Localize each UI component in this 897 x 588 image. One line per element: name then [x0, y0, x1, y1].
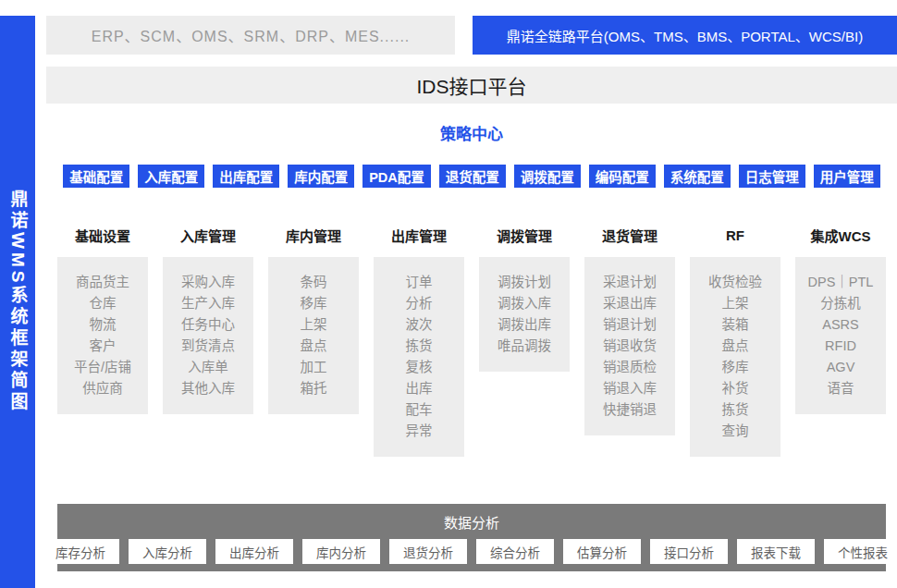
module-item: 销退质检: [586, 357, 673, 378]
module-item: 语音: [797, 378, 884, 399]
analysis-button[interactable]: 接口分析: [650, 539, 728, 564]
module-item: 配车: [375, 399, 462, 421]
analysis-button[interactable]: 库内分析: [302, 539, 380, 564]
module-item: 分析: [375, 293, 462, 314]
module-box: 调拨计划调拨入库调拨出库唯品调拨: [479, 257, 570, 372]
config-button[interactable]: 编码配置: [589, 165, 656, 188]
module-item: 盘点: [270, 336, 357, 357]
module-title: 调拨管理: [479, 214, 570, 257]
module-item: 销退入库: [586, 378, 673, 399]
config-button[interactable]: 日志管理: [739, 165, 805, 188]
analysis-button[interactable]: 库存分析: [42, 539, 119, 564]
module-item: 任务中心: [165, 314, 252, 336]
module-title: 退货管理: [584, 214, 675, 257]
modules-grid: 基础设置 商品货主仓库物流客户平台/店铺供应商 入库管理 采购入库生产入库任务中…: [57, 214, 886, 457]
module-title: 集成WCS: [795, 214, 886, 257]
config-button[interactable]: 基础配置: [63, 165, 129, 188]
config-button[interactable]: 入库配置: [138, 165, 204, 188]
analysis-button[interactable]: 出库分析: [215, 539, 293, 564]
module-title: 出库管理: [374, 214, 464, 257]
module-item: 商品货主: [59, 272, 146, 293]
module-item: 调拨出库: [481, 314, 568, 336]
module-item: 唯品调拨: [481, 336, 568, 357]
module-column: RF 收货检验上架装箱盘点移库补货拣货查询: [690, 214, 780, 457]
module-item: ASRS: [797, 314, 884, 336]
module-box: 采退计划采退出库销退计划销退收货销退质检销退入库快捷销退: [584, 257, 675, 435]
data-analysis-button-row: 库存分析 入库分析 出库分析 库内分析 退货分析 综合分析 估算分析 接口分析 …: [57, 539, 886, 564]
module-item: 补货: [692, 378, 779, 399]
module-column: 退货管理 采退计划采退出库销退计划销退收货销退质检销退入库快捷销退: [584, 214, 675, 435]
config-button[interactable]: 退货配置: [439, 165, 506, 188]
analysis-button[interactable]: 个性报表: [824, 539, 897, 564]
module-box: 订单分析波次拣货复核出库配车异常: [374, 257, 464, 457]
module-item: 移库: [270, 293, 357, 314]
module-item: 客户: [59, 336, 146, 357]
module-item: DPS｜PTL: [797, 272, 884, 293]
ids-interface-bar: IDS接口平台: [46, 67, 897, 104]
module-item: 出库: [375, 378, 462, 399]
config-button[interactable]: PDA配置: [362, 165, 431, 188]
analysis-button[interactable]: 报表下载: [737, 539, 815, 564]
module-item: 生产入库: [165, 293, 252, 314]
module-item: 销退计划: [586, 314, 673, 336]
analysis-button[interactable]: 综合分析: [476, 539, 554, 564]
wms-framework-diagram: 鼎诺WMS系统框架简图 ERP、SCM、OMS、SRM、DRP、MES.....…: [0, 0, 897, 588]
module-item: 物流: [59, 314, 146, 336]
platform-box: 鼎诺全链路平台(OMS、TMS、BMS、PORTAL、WCS/BI): [473, 16, 897, 55]
module-item: 波次: [375, 314, 462, 336]
config-button[interactable]: 调拨配置: [514, 165, 581, 188]
module-item: 异常: [375, 421, 462, 442]
analysis-button[interactable]: 退货分析: [389, 539, 467, 564]
module-box: 收货检验上架装箱盘点移库补货拣货查询: [690, 257, 780, 457]
module-item: 查询: [692, 421, 779, 442]
module-item: 到货清点: [165, 336, 252, 357]
config-button[interactable]: 库内配置: [288, 165, 354, 188]
module-item: 采退计划: [586, 272, 673, 293]
module-box: 条码移库上架盘点加工箱托: [268, 257, 359, 414]
module-item: 复核: [375, 357, 462, 378]
module-item: 调拨计划: [481, 272, 568, 293]
module-item: 移库: [692, 357, 779, 378]
module-column: 库内管理 条码移库上架盘点加工箱托: [268, 214, 359, 414]
module-column: 调拨管理 调拨计划调拨入库调拨出库唯品调拨: [479, 214, 570, 372]
analysis-button[interactable]: 估算分析: [563, 539, 641, 564]
config-button[interactable]: 用户管理: [814, 165, 880, 188]
module-item: 装箱: [692, 314, 779, 336]
module-item: 盘点: [692, 336, 779, 357]
strategy-center-title: 策略中心: [46, 121, 897, 144]
module-column: 基础设置 商品货主仓库物流客户平台/店铺供应商: [57, 214, 148, 414]
module-column: 集成WCS DPS｜PTL分拣机ASRSRFIDAGV语音: [795, 214, 886, 414]
module-item: 平台/店铺: [59, 357, 146, 378]
module-item: 采退出库: [586, 293, 673, 314]
module-box: DPS｜PTL分拣机ASRSRFIDAGV语音: [795, 257, 886, 414]
module-title: 库内管理: [268, 214, 359, 257]
module-item: 快捷销退: [586, 399, 673, 421]
module-item: 拣货: [375, 336, 462, 357]
module-item: 加工: [270, 357, 357, 378]
module-item: 条码: [270, 272, 357, 293]
module-item: 上架: [270, 314, 357, 336]
module-item: AGV: [797, 357, 884, 378]
module-box: 商品货主仓库物流客户平台/店铺供应商: [57, 257, 148, 414]
config-button-row: 基础配置 入库配置 出库配置 库内配置 PDA配置 退货配置 调拨配置 编码配置…: [46, 165, 897, 188]
sidebar-vertical-title: 鼎诺WMS系统框架简图: [0, 16, 35, 588]
module-item: 调拨入库: [481, 293, 568, 314]
module-box: 采购入库生产入库任务中心到货清点入库单其他入库: [163, 257, 253, 414]
module-item: 上架: [692, 293, 779, 314]
module-item: 订单: [375, 272, 462, 293]
module-item: 分拣机: [797, 293, 884, 314]
module-item: 供应商: [59, 378, 146, 399]
module-item: 仓库: [59, 293, 146, 314]
config-button[interactable]: 出库配置: [213, 165, 279, 188]
module-item: RFID: [797, 336, 884, 357]
analysis-button[interactable]: 入库分析: [129, 539, 206, 564]
module-item: 拣货: [692, 399, 779, 421]
module-title: 入库管理: [163, 214, 253, 257]
module-column: 入库管理 采购入库生产入库任务中心到货清点入库单其他入库: [163, 214, 253, 414]
external-systems-box: ERP、SCM、OMS、SRM、DRP、MES......: [46, 16, 455, 55]
module-item: 其他入库: [165, 378, 252, 399]
module-item: 销退收货: [586, 336, 673, 357]
data-analysis-bar: 数据分析 库存分析 入库分析 出库分析 库内分析 退货分析 综合分析 估算分析 …: [57, 504, 886, 571]
config-button[interactable]: 系统配置: [664, 165, 731, 188]
module-column: 出库管理 订单分析波次拣货复核出库配车异常: [374, 214, 464, 457]
